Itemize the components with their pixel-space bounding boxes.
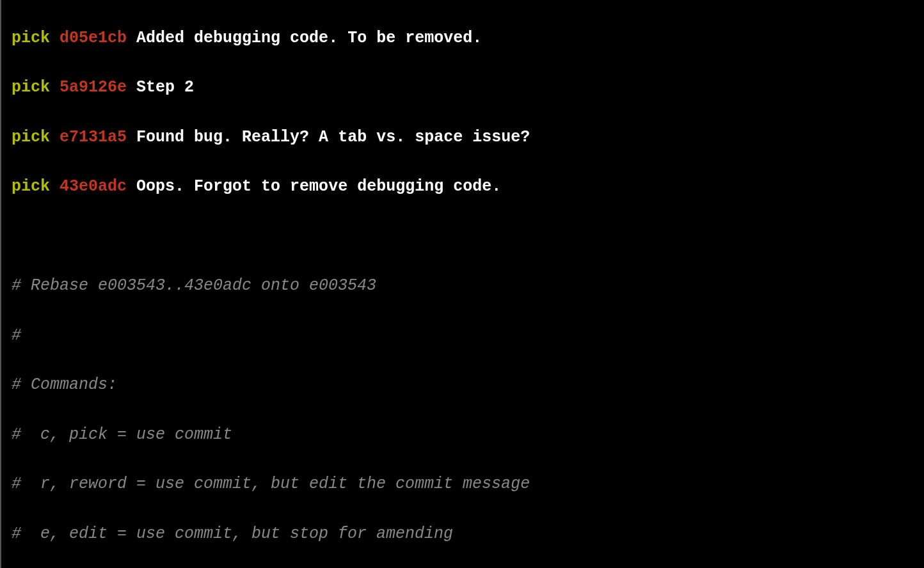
rebase-action: pick <box>12 128 50 146</box>
rebase-action: pick <box>12 177 50 196</box>
pick-line[interactable]: pick d05e1cb Added debugging code. To be… <box>12 26 924 51</box>
commit-hash: d05e1cb <box>60 29 127 47</box>
commit-msg: Oops. Forgot to remove debugging code. <box>136 177 501 196</box>
git-rebase-editor[interactable]: pick d05e1cb Added debugging code. To be… <box>3 0 924 568</box>
rebase-action: pick <box>12 29 50 47</box>
commit-hash: 43e0adc <box>60 177 127 196</box>
pick-line[interactable]: pick 5a9126e Step 2 <box>12 75 924 100</box>
commit-msg: Found bug. Really? A tab vs. space issue… <box>136 128 530 146</box>
commit-msg: Step 2 <box>136 78 194 97</box>
commit-msg: Added debugging code. To be removed. <box>136 29 482 47</box>
comment-line[interactable]: # Commands: <box>12 373 924 398</box>
blank-line[interactable] <box>12 225 924 249</box>
pick-line[interactable]: pick 43e0adc Oops. Forgot to remove debu… <box>12 175 924 200</box>
commit-hash: e7131a5 <box>60 128 127 146</box>
comment-line[interactable]: # e, edit = use commit, but stop for ame… <box>12 522 924 547</box>
commit-hash: 5a9126e <box>60 78 127 97</box>
comment-line[interactable]: # c, pick = use commit <box>12 423 924 448</box>
comment-line[interactable]: # Rebase e003543..43e0adc onto e003543 <box>12 274 924 299</box>
comment-line[interactable]: # <box>12 324 924 349</box>
comment-line[interactable]: # r, reword = use commit, but edit the c… <box>12 472 924 497</box>
pick-line[interactable]: pick e7131a5 Found bug. Really? A tab vs… <box>12 125 924 150</box>
rebase-action: pick <box>12 78 50 97</box>
